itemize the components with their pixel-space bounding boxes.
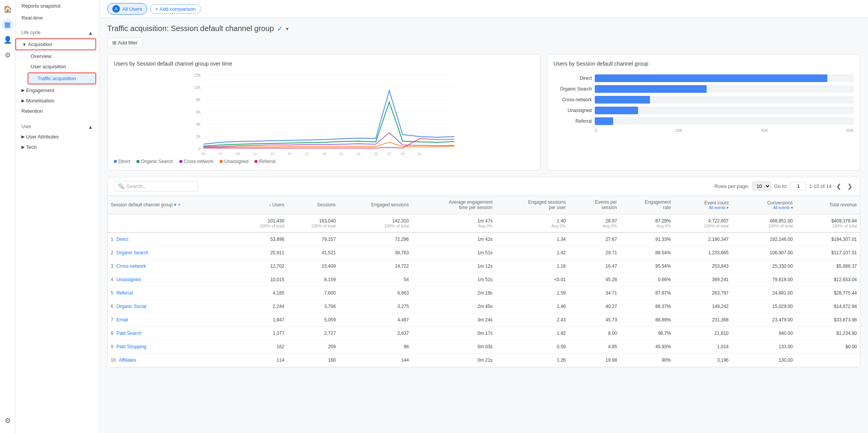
add-filter-button[interactable]: ⊞ Add filter: [107, 38, 143, 48]
bar-row-cross-network: Cross-network: [553, 96, 854, 104]
svg-text:21: 21: [340, 152, 343, 156]
search-box[interactable]: 🔍 Search...: [114, 181, 198, 191]
sidebar-item-reports-snapshot[interactable]: Reports snapshot: [15, 0, 99, 12]
sidebar-item-retention[interactable]: Retention: [15, 106, 96, 116]
user-attributes-label: User Attributes: [26, 134, 59, 140]
legend-label-referral: Referral: [259, 159, 276, 164]
legend-dot-organic-search: [136, 160, 139, 163]
col-header-engaged-sessions[interactable]: Engaged sessions: [339, 196, 412, 214]
table-toolbar: 🔍 Search... Rows per page: 10 25 50 Go t…: [108, 177, 860, 196]
bar-label-unassigned: Unassigned: [553, 108, 592, 113]
audience-icon[interactable]: 👤: [2, 34, 14, 46]
lifecycle-label: Life cycle: [21, 30, 41, 36]
retention-label: Retention: [21, 108, 43, 114]
bar-track-organic-search: [595, 85, 854, 93]
sidebar-item-user-attributes[interactable]: ▶ User Attributes: [15, 132, 96, 142]
sidebar-item-realtime[interactable]: Real-time: [15, 12, 99, 24]
lifecycle-chevron-up: ▲: [88, 30, 93, 36]
svg-text:0: 0: [199, 147, 201, 151]
svg-text:10K: 10K: [194, 86, 201, 90]
bar-label-cross-network: Cross-network: [553, 97, 592, 102]
bar-track-cross-network: [595, 96, 854, 104]
line-chart-legend: Direct Organic Search Cross-network Unas…: [114, 159, 534, 164]
monetisation-expand-icon: ▶: [21, 98, 25, 103]
bar-axis-40k: 40K: [761, 128, 768, 133]
bar-fill-organic-search: [595, 85, 707, 93]
col-header-revenue[interactable]: Total revenue: [796, 196, 860, 214]
svg-text:09: 09: [236, 152, 240, 156]
lifecycle-section-header[interactable]: Life cycle ▲: [15, 25, 99, 38]
svg-text:07: 07: [219, 152, 223, 156]
sidebar-item-user-acquisition[interactable]: User acquisition: [15, 61, 96, 72]
charts-row: Users by Session default channel group o…: [107, 54, 860, 171]
sidebar-item-acquisition[interactable]: ▼ Acquisition: [16, 39, 95, 49]
col-header-conversions[interactable]: Conversions All events ▾: [732, 196, 796, 214]
col-header-events-per[interactable]: Events per session: [569, 196, 620, 214]
goto-input[interactable]: [791, 182, 806, 191]
bar-label-referral: Referral: [553, 119, 592, 124]
sidebar-item-monetisation[interactable]: ▶ Monetisation: [15, 95, 96, 106]
home-icon[interactable]: 🏠: [2, 3, 14, 15]
icon-rail: 🏠 ▦ 👤 ⚙ ⚙: [0, 0, 15, 433]
svg-text:27: 27: [387, 152, 391, 156]
col-header-avg-time[interactable]: Average engagement time per session: [412, 196, 496, 214]
bar-label-organic-search: Organic Search: [553, 86, 592, 92]
table-row: 6Organic Social 2,2443,7063,2752m 45s1.4…: [108, 300, 860, 313]
bottom-settings-icon[interactable]: ⚙: [2, 415, 14, 427]
sidebar-item-traffic-acquisition[interactable]: Traffic acquisition: [28, 73, 95, 84]
bar-row-referral: Referral: [553, 117, 854, 125]
next-page-button[interactable]: ❯: [846, 182, 854, 191]
sidebar-item-overview[interactable]: Overview: [15, 51, 96, 61]
line-chart-title: Users by Session default channel group o…: [114, 61, 534, 67]
svg-text:29: 29: [401, 152, 405, 156]
bar-row-direct: Direct: [553, 74, 854, 82]
col-header-channel[interactable]: Session default channel group ▾ +: [108, 196, 236, 214]
all-users-chip[interactable]: A All Users: [107, 3, 147, 15]
line-chart-card: Users by Session default channel group o…: [107, 54, 541, 171]
table-scroll-area: Session default channel group ▾ + ↓ User…: [108, 196, 860, 367]
table-row: 8Paid Search 1,3772,7272,6370m 17s1.928.…: [108, 327, 860, 340]
legend-label-cross-network: Cross-network: [184, 159, 213, 164]
svg-text:8K: 8K: [196, 98, 201, 102]
title-dropdown-icon[interactable]: ▾: [286, 26, 289, 32]
bar-chart-title: Users by Session default channel group: [553, 61, 854, 67]
bar-axis-20k: 20K: [675, 128, 683, 133]
col-header-eng-per-user[interactable]: Engaged sessions per user: [496, 196, 569, 214]
table-row: 10Affiliates 1141601440m 21s1.2619.9890%…: [108, 354, 860, 367]
search-placeholder: Search...: [126, 183, 146, 189]
col-filter-icon[interactable]: ▾: [174, 202, 176, 207]
table-row: 5Referral 4,1857,6006,6632m 19s1.5934.71…: [108, 286, 860, 300]
user-section-header[interactable]: User ▲: [15, 119, 99, 132]
bar-axis-0: 0: [595, 128, 597, 133]
totals-events-per: 28.97 Avg 0%: [569, 214, 620, 233]
totals-eng-rate: 87.29% Avg 0%: [620, 214, 674, 233]
col-header-event-count[interactable]: Event count All events ▾: [674, 196, 732, 214]
col-header-sessions[interactable]: Sessions: [287, 196, 339, 214]
engagement-label: Engagement: [26, 87, 54, 93]
legend-unassigned: Unassigned: [220, 159, 248, 164]
totals-label: [108, 214, 236, 233]
traffic-acquisition-label: Traffic acquisition: [38, 76, 76, 81]
sidebar-item-tech[interactable]: ▶ Tech: [15, 142, 96, 152]
overview-label: Overview: [31, 53, 51, 59]
prev-page-button[interactable]: ❮: [835, 182, 843, 191]
topbar: A All Users + Add comparison: [100, 0, 868, 18]
table-row: 9Paid Shopping 162209960m 03s0.594.8545.…: [108, 340, 860, 354]
all-users-label: All Users: [122, 6, 142, 12]
rows-per-page-select[interactable]: 10 25 50: [752, 181, 771, 191]
page-title: Traffic acquisition: Session default cha…: [107, 24, 274, 33]
col-add-icon[interactable]: +: [178, 202, 180, 207]
bar-row-unassigned: Unassigned: [553, 107, 854, 114]
legend-direct: Direct: [114, 159, 130, 164]
settings-icon[interactable]: ⚙: [2, 49, 14, 61]
bar-row-organic-search: Organic Search: [553, 85, 854, 93]
add-comparison-button[interactable]: + Add comparison: [150, 4, 201, 14]
col-header-eng-rate[interactable]: Engagement rate: [620, 196, 674, 214]
col-header-users[interactable]: ↓ Users: [236, 196, 287, 214]
reports-icon[interactable]: ▦: [2, 18, 14, 31]
legend-cross-network: Cross-network: [179, 159, 213, 164]
sidebar-item-engagement[interactable]: ▶ Engagement: [15, 85, 96, 95]
bar-fill-cross-network: [595, 96, 650, 104]
line-chart-area: 12K 10K 8K 6K 4K 2K 0: [114, 71, 534, 156]
svg-text:4K: 4K: [196, 122, 201, 127]
